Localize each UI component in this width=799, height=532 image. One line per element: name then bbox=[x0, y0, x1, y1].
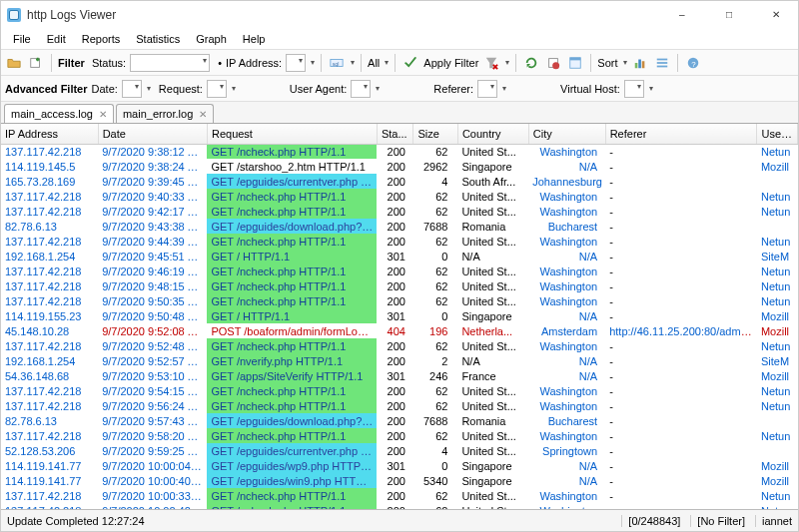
title-bar: http Logs Viewer – □ ✕ bbox=[1, 1, 798, 29]
svg-text:sql: sql bbox=[333, 60, 340, 66]
toolbar-main: Filter Status: • IP Address: ▾ sql▾ All▾… bbox=[1, 49, 798, 75]
th-size[interactable]: Size bbox=[413, 124, 458, 144]
filter-label: Filter bbox=[58, 57, 85, 69]
svg-rect-8 bbox=[638, 59, 641, 68]
tab-access-log[interactable]: main_access.log ✕ bbox=[4, 104, 114, 123]
open-icon[interactable] bbox=[5, 54, 23, 72]
menu-graph[interactable]: Graph bbox=[188, 31, 235, 47]
date-combo[interactable] bbox=[122, 80, 142, 98]
separator bbox=[321, 54, 322, 72]
th-ip[interactable]: IP Address bbox=[1, 124, 98, 144]
refresh-icon[interactable] bbox=[522, 54, 540, 72]
menu-file[interactable]: File bbox=[5, 31, 39, 47]
svg-rect-12 bbox=[656, 65, 667, 67]
table-row[interactable]: 137.117.42.2189/7/2020 9:56:24 AMGET /nc… bbox=[1, 398, 798, 413]
apply-filter-icon[interactable] bbox=[401, 54, 419, 72]
table-row[interactable]: 137.117.42.2189/7/2020 9:44:39 AMGET /nc… bbox=[1, 234, 798, 249]
svg-rect-7 bbox=[634, 63, 637, 68]
table-row[interactable]: 54.36.148.689/7/2020 9:53:10 AMGET /apps… bbox=[1, 368, 798, 383]
th-request[interactable]: Request bbox=[207, 124, 377, 144]
menu-edit[interactable]: Edit bbox=[39, 31, 74, 47]
apply-filter-label[interactable]: Apply Filter bbox=[423, 57, 478, 69]
toolbar-advanced: Advanced Filter Date:▾ Request:▾ User Ag… bbox=[1, 75, 798, 101]
table-row[interactable]: 137.117.42.2189/7/2020 10:02:42 AMGET /n… bbox=[1, 503, 798, 509]
request-combo[interactable] bbox=[207, 80, 227, 98]
svg-rect-9 bbox=[641, 61, 644, 68]
tab-strip: main_access.log ✕ main_error.log ✕ bbox=[1, 101, 798, 123]
svg-rect-6 bbox=[570, 57, 581, 60]
table-row[interactable]: 82.78.6.139/7/2020 9:43:38 AMGET /epguid… bbox=[1, 219, 798, 234]
status-message: Update Completed 12:27:24 bbox=[7, 515, 145, 527]
svg-point-4 bbox=[552, 62, 559, 69]
status-filter: [No Filter] bbox=[690, 515, 745, 527]
status-combo[interactable] bbox=[130, 54, 210, 72]
separator bbox=[515, 54, 516, 72]
table-row[interactable]: 114.119.145.59/7/2020 9:38:24 AMGET /sta… bbox=[1, 159, 798, 174]
table-row[interactable]: 137.117.42.2189/7/2020 9:42:17 AMGET /nc… bbox=[1, 204, 798, 219]
separator bbox=[51, 54, 52, 72]
tab-label: main_error.log bbox=[123, 108, 193, 120]
sort-label[interactable]: Sort bbox=[597, 57, 617, 69]
status-bar: Update Completed 12:27:24 [0/248843] [No… bbox=[1, 509, 798, 531]
table-row[interactable]: 137.117.42.2189/7/2020 9:38:12 AMGET /nc… bbox=[1, 144, 798, 159]
table-row[interactable]: 114.119.141.779/7/2020 10:00:40 AMGET /e… bbox=[1, 473, 798, 488]
table-row[interactable]: 137.117.42.2189/7/2020 9:50:35 AMGET /nc… bbox=[1, 293, 798, 308]
close-icon[interactable]: ✕ bbox=[99, 109, 107, 120]
help-icon[interactable]: ? bbox=[684, 54, 702, 72]
table-row[interactable]: 137.117.42.2189/7/2020 9:40:33 AMGET /nc… bbox=[1, 189, 798, 204]
window-icon[interactable] bbox=[566, 54, 584, 72]
stop-icon[interactable] bbox=[544, 54, 562, 72]
chart-icon[interactable] bbox=[631, 54, 649, 72]
ip-label: IP Address: bbox=[226, 57, 282, 69]
table-row[interactable]: 114.119.141.779/7/2020 10:00:04 AMGET /e… bbox=[1, 458, 798, 473]
separator bbox=[395, 54, 396, 72]
th-referer[interactable]: Referer bbox=[605, 124, 757, 144]
table-row[interactable]: 114.119.155.239/7/2020 9:50:48 AMGET / H… bbox=[1, 308, 798, 323]
menu-statistics[interactable]: Statistics bbox=[128, 31, 188, 47]
table-row[interactable]: 137.117.42.2189/7/2020 9:46:19 AMGET /nc… bbox=[1, 264, 798, 278]
all-label[interactable]: All bbox=[368, 57, 380, 69]
tab-error-log[interactable]: main_error.log ✕ bbox=[116, 104, 214, 123]
sql-icon[interactable]: sql bbox=[328, 54, 346, 72]
table-row[interactable]: 137.117.42.2189/7/2020 9:54:15 AMGET /nc… bbox=[1, 383, 798, 398]
close-icon[interactable]: ✕ bbox=[199, 109, 207, 120]
table-row[interactable]: 52.128.53.2069/7/2020 9:59:25 AMGET /epg… bbox=[1, 443, 798, 458]
menu-help[interactable]: Help bbox=[235, 31, 274, 47]
table-row[interactable]: 137.117.42.2189/7/2020 10:00:33 AMGET /n… bbox=[1, 488, 798, 503]
svg-rect-10 bbox=[656, 58, 667, 60]
window-controls: – □ ✕ bbox=[660, 1, 798, 29]
ua-combo[interactable] bbox=[351, 80, 371, 98]
table-row[interactable]: 45.148.10.289/7/2020 9:52:08 AMPOST /boa… bbox=[1, 323, 798, 338]
vhost-label: Virtual Host: bbox=[560, 83, 620, 95]
svg-text:?: ? bbox=[691, 59, 696, 68]
table-row[interactable]: 137.117.42.2189/7/2020 9:52:48 AMGET /nc… bbox=[1, 338, 798, 353]
close-button[interactable]: ✕ bbox=[754, 1, 798, 29]
log-table-wrapper[interactable]: IP Address Date Request Sta... Size Coun… bbox=[1, 123, 798, 509]
maximize-button[interactable]: □ bbox=[707, 1, 751, 29]
add-icon[interactable] bbox=[27, 54, 45, 72]
menu-reports[interactable]: Reports bbox=[74, 31, 129, 47]
th-city[interactable]: City bbox=[528, 124, 605, 144]
table-row[interactable]: 165.73.28.1699/7/2020 9:39:45 AMGET /epg… bbox=[1, 174, 798, 189]
table-row[interactable]: 192.168.1.2549/7/2020 9:45:51 AMGET / HT… bbox=[1, 249, 798, 264]
table-header-row: IP Address Date Request Sta... Size Coun… bbox=[1, 124, 798, 144]
minimize-button[interactable]: – bbox=[660, 1, 704, 29]
request-label: Request: bbox=[159, 83, 203, 95]
th-country[interactable]: Country bbox=[457, 124, 528, 144]
tab-label: main_access.log bbox=[11, 108, 93, 120]
log-table: IP Address Date Request Sta... Size Coun… bbox=[1, 124, 798, 509]
table-row[interactable]: 137.117.42.2189/7/2020 9:58:20 AMGET /nc… bbox=[1, 428, 798, 443]
table-row[interactable]: 192.168.1.2549/7/2020 9:52:57 AMGET /nve… bbox=[1, 353, 798, 368]
th-ua[interactable]: User A bbox=[757, 124, 798, 144]
window-title: http Logs Viewer bbox=[27, 8, 660, 22]
referer-combo[interactable] bbox=[477, 80, 497, 98]
status-label: Status: bbox=[92, 57, 126, 69]
clear-filter-icon[interactable] bbox=[482, 54, 500, 72]
th-date[interactable]: Date bbox=[98, 124, 207, 144]
table-row[interactable]: 82.78.6.139/7/2020 9:57:43 AMGET /epguid… bbox=[1, 413, 798, 428]
vhost-combo[interactable] bbox=[624, 80, 644, 98]
th-status[interactable]: Sta... bbox=[377, 124, 412, 144]
table-row[interactable]: 137.117.42.2189/7/2020 9:48:15 AMGET /nc… bbox=[1, 278, 798, 293]
ip-combo[interactable] bbox=[286, 54, 306, 72]
list-icon[interactable] bbox=[653, 54, 671, 72]
